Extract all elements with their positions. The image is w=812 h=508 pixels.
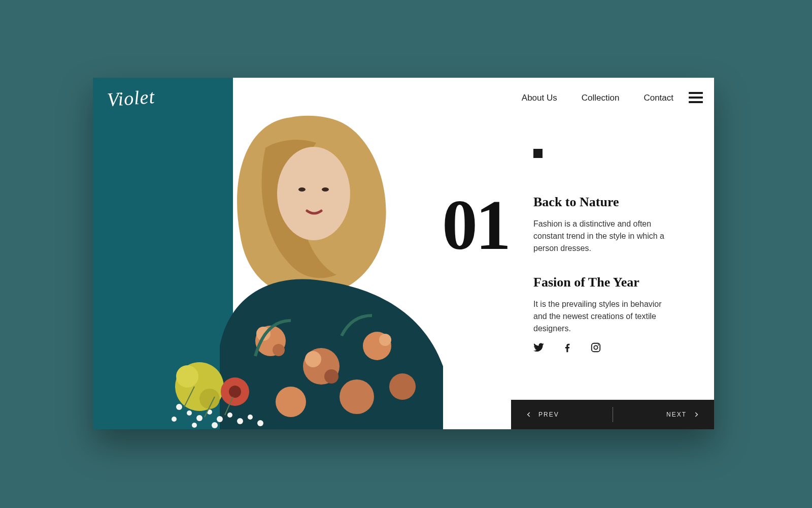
svg-point-27 [172,417,177,422]
facebook-icon[interactable] [562,342,573,353]
svg-point-24 [217,416,223,422]
section-heading: Back to Nature [533,195,686,210]
svg-point-13 [276,387,306,417]
content-column: Back to Nature Fashion is a distinctive … [533,149,686,335]
hamburger-icon[interactable] [689,92,703,103]
svg-point-30 [212,422,218,428]
nav-link-about[interactable]: About Us [522,93,557,103]
section-heading: Fasion of The Year [533,275,686,290]
pager-divider [613,407,613,422]
svg-point-8 [305,351,321,367]
prev-button[interactable]: PREV [511,411,573,418]
chevron-right-icon [693,411,700,418]
pager-bar: PREV NEXT [511,400,714,429]
svg-point-26 [237,418,243,424]
svg-point-36 [594,345,597,349]
svg-point-21 [187,410,192,416]
svg-point-37 [598,344,599,345]
next-label: NEXT [666,411,687,418]
instagram-icon[interactable] [590,342,601,353]
svg-point-11 [379,334,391,346]
svg-point-19 [229,386,241,398]
svg-point-1 [277,147,350,240]
nav-link-contact[interactable]: Contact [644,93,673,103]
section-body: It is the prevailing styles in behavior … [533,298,665,335]
slide-number: 01 [442,189,509,261]
hero-image [139,102,463,429]
twitter-icon[interactable] [533,342,545,353]
svg-point-16 [176,365,198,388]
svg-point-14 [389,373,416,400]
nav-link-collection[interactable]: Collection [582,93,620,103]
social-row [533,342,601,353]
section-body: Fashion is a distinctive and often const… [533,218,665,255]
svg-point-9 [324,369,339,384]
section-fashion-of-the-year: Fasion of The Year It is the prevailing … [533,275,686,335]
landing-card: Violet About Us Collection Contact [93,78,714,429]
prev-label: PREV [538,411,559,418]
section-back-to-nature: Back to Nature Fashion is a distinctive … [533,195,686,255]
svg-point-12 [340,379,374,414]
svg-point-3 [322,187,329,192]
svg-point-31 [192,423,197,428]
svg-point-29 [257,420,263,426]
next-button[interactable]: NEXT [652,411,714,418]
svg-point-22 [196,415,202,421]
svg-point-2 [298,187,306,192]
svg-point-20 [176,404,182,410]
square-marker-icon [533,149,543,158]
svg-point-6 [273,344,285,356]
top-nav: About Us Collection Contact [522,93,673,103]
chevron-left-icon [525,411,532,418]
svg-point-25 [227,412,232,418]
svg-point-28 [248,415,253,420]
